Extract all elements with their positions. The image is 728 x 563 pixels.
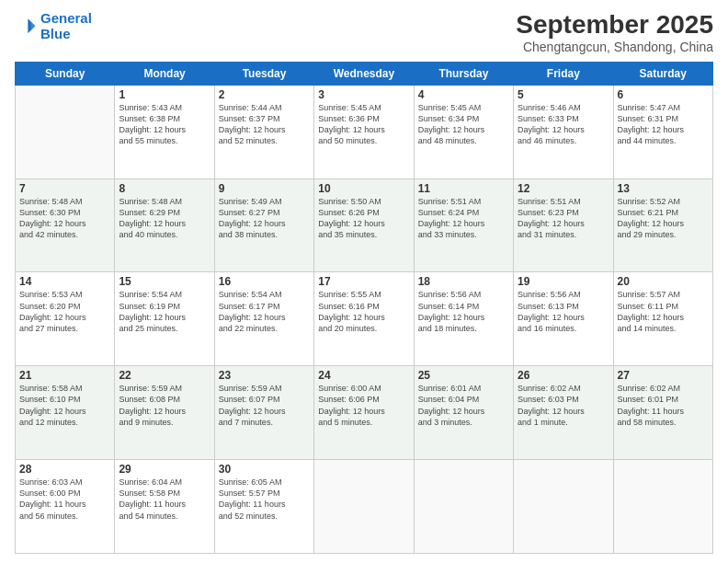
title-block: September 2025 Chengtangcun, Shandong, C… <box>516 11 713 54</box>
day-number: 20 <box>618 275 709 288</box>
day-info: Sunrise: 5:45 AM Sunset: 6:36 PM Dayligh… <box>318 102 409 147</box>
calendar-week-row: 28Sunrise: 6:03 AM Sunset: 6:00 PM Dayli… <box>16 460 713 554</box>
day-number: 27 <box>618 369 709 382</box>
day-number: 9 <box>219 182 310 195</box>
svg-marker-1 <box>31 21 36 30</box>
header-sunday: Sunday <box>16 62 115 85</box>
day-number: 11 <box>418 182 509 195</box>
day-info: Sunrise: 6:02 AM Sunset: 6:03 PM Dayligh… <box>518 383 609 428</box>
header-friday: Friday <box>514 62 613 85</box>
header-wednesday: Wednesday <box>314 62 414 85</box>
day-number: 2 <box>219 88 310 101</box>
day-number: 21 <box>19 369 110 382</box>
day-number: 26 <box>518 369 609 382</box>
table-row: 17Sunrise: 5:55 AM Sunset: 6:16 PM Dayli… <box>314 272 414 366</box>
table-row: 11Sunrise: 5:51 AM Sunset: 6:24 PM Dayli… <box>414 178 513 272</box>
month-title: September 2025 <box>516 11 713 40</box>
day-info: Sunrise: 5:51 AM Sunset: 6:24 PM Dayligh… <box>418 196 509 241</box>
table-row: 9Sunrise: 5:49 AM Sunset: 6:27 PM Daylig… <box>214 178 313 272</box>
table-row: 10Sunrise: 5:50 AM Sunset: 6:26 PM Dayli… <box>314 178 414 272</box>
table-row <box>414 460 513 554</box>
logo-line2: Blue <box>40 26 71 41</box>
day-info: Sunrise: 5:44 AM Sunset: 6:37 PM Dayligh… <box>219 102 310 147</box>
day-number: 19 <box>518 275 609 288</box>
day-number: 25 <box>418 369 509 382</box>
logo-icon <box>15 16 37 38</box>
day-info: Sunrise: 5:57 AM Sunset: 6:11 PM Dayligh… <box>618 289 709 334</box>
calendar-week-row: 1Sunrise: 5:43 AM Sunset: 6:38 PM Daylig… <box>16 85 713 178</box>
day-info: Sunrise: 5:53 AM Sunset: 6:20 PM Dayligh… <box>19 289 110 334</box>
day-number: 4 <box>418 88 509 101</box>
day-info: Sunrise: 5:56 AM Sunset: 6:13 PM Dayligh… <box>518 289 609 334</box>
day-info: Sunrise: 5:46 AM Sunset: 6:33 PM Dayligh… <box>518 102 609 147</box>
day-info: Sunrise: 5:55 AM Sunset: 6:16 PM Dayligh… <box>318 289 409 334</box>
calendar-week-row: 14Sunrise: 5:53 AM Sunset: 6:20 PM Dayli… <box>16 272 713 366</box>
day-info: Sunrise: 5:59 AM Sunset: 6:07 PM Dayligh… <box>219 383 310 428</box>
day-info: Sunrise: 6:01 AM Sunset: 6:04 PM Dayligh… <box>418 383 509 428</box>
day-number: 10 <box>318 182 409 195</box>
day-info: Sunrise: 5:49 AM Sunset: 6:27 PM Dayligh… <box>219 196 310 241</box>
table-row: 22Sunrise: 5:59 AM Sunset: 6:08 PM Dayli… <box>115 366 214 460</box>
table-row: 30Sunrise: 6:05 AM Sunset: 5:57 PM Dayli… <box>214 460 313 554</box>
header-tuesday: Tuesday <box>214 62 313 85</box>
logo-line1: General <box>40 10 92 26</box>
day-number: 16 <box>219 275 310 288</box>
day-number: 12 <box>518 182 609 195</box>
table-row: 6Sunrise: 5:47 AM Sunset: 6:31 PM Daylig… <box>613 85 712 178</box>
day-number: 13 <box>618 182 709 195</box>
header: General Blue September 2025 Chengtangcun… <box>15 11 713 54</box>
day-number: 17 <box>318 275 409 288</box>
table-row <box>314 460 414 554</box>
day-number: 23 <box>219 369 310 382</box>
day-number: 8 <box>119 182 210 195</box>
day-number: 28 <box>19 463 110 476</box>
table-row: 8Sunrise: 5:48 AM Sunset: 6:29 PM Daylig… <box>115 178 214 272</box>
day-number: 5 <box>518 88 609 101</box>
header-saturday: Saturday <box>613 62 712 85</box>
weekday-header-row: Sunday Monday Tuesday Wednesday Thursday… <box>16 62 713 85</box>
day-info: Sunrise: 5:54 AM Sunset: 6:19 PM Dayligh… <box>119 289 210 334</box>
table-row <box>613 460 712 554</box>
day-info: Sunrise: 5:54 AM Sunset: 6:17 PM Dayligh… <box>219 289 310 334</box>
day-info: Sunrise: 5:58 AM Sunset: 6:10 PM Dayligh… <box>19 383 110 428</box>
table-row: 4Sunrise: 5:45 AM Sunset: 6:34 PM Daylig… <box>414 85 513 178</box>
day-info: Sunrise: 5:47 AM Sunset: 6:31 PM Dayligh… <box>618 102 709 147</box>
day-number: 18 <box>418 275 509 288</box>
location-subtitle: Chengtangcun, Shandong, China <box>516 40 713 54</box>
day-info: Sunrise: 5:48 AM Sunset: 6:30 PM Dayligh… <box>19 196 110 241</box>
day-info: Sunrise: 5:43 AM Sunset: 6:38 PM Dayligh… <box>119 102 210 147</box>
table-row: 23Sunrise: 5:59 AM Sunset: 6:07 PM Dayli… <box>214 366 313 460</box>
table-row <box>16 85 115 178</box>
table-row: 7Sunrise: 5:48 AM Sunset: 6:30 PM Daylig… <box>16 178 115 272</box>
day-number: 3 <box>318 88 409 101</box>
day-info: Sunrise: 5:59 AM Sunset: 6:08 PM Dayligh… <box>119 383 210 428</box>
table-row: 29Sunrise: 6:04 AM Sunset: 5:58 PM Dayli… <box>115 460 214 554</box>
table-row: 26Sunrise: 6:02 AM Sunset: 6:03 PM Dayli… <box>514 366 613 460</box>
table-row: 14Sunrise: 5:53 AM Sunset: 6:20 PM Dayli… <box>16 272 115 366</box>
table-row: 21Sunrise: 5:58 AM Sunset: 6:10 PM Dayli… <box>16 366 115 460</box>
day-info: Sunrise: 5:56 AM Sunset: 6:14 PM Dayligh… <box>418 289 509 334</box>
calendar-table: Sunday Monday Tuesday Wednesday Thursday… <box>15 62 713 554</box>
day-info: Sunrise: 5:51 AM Sunset: 6:23 PM Dayligh… <box>518 196 609 241</box>
table-row: 12Sunrise: 5:51 AM Sunset: 6:23 PM Dayli… <box>514 178 613 272</box>
header-monday: Monday <box>115 62 214 85</box>
day-info: Sunrise: 5:45 AM Sunset: 6:34 PM Dayligh… <box>418 102 509 147</box>
day-number: 7 <box>19 182 110 195</box>
calendar-week-row: 7Sunrise: 5:48 AM Sunset: 6:30 PM Daylig… <box>16 178 713 272</box>
table-row: 5Sunrise: 5:46 AM Sunset: 6:33 PM Daylig… <box>514 85 613 178</box>
day-number: 1 <box>119 88 210 101</box>
table-row: 24Sunrise: 6:00 AM Sunset: 6:06 PM Dayli… <box>314 366 414 460</box>
table-row: 19Sunrise: 5:56 AM Sunset: 6:13 PM Dayli… <box>514 272 613 366</box>
page: General Blue September 2025 Chengtangcun… <box>0 0 728 563</box>
day-info: Sunrise: 6:05 AM Sunset: 5:57 PM Dayligh… <box>219 477 310 522</box>
day-info: Sunrise: 6:00 AM Sunset: 6:06 PM Dayligh… <box>318 383 409 428</box>
day-info: Sunrise: 5:50 AM Sunset: 6:26 PM Dayligh… <box>318 196 409 241</box>
day-number: 14 <box>19 275 110 288</box>
day-number: 29 <box>119 463 210 476</box>
day-info: Sunrise: 6:03 AM Sunset: 6:00 PM Dayligh… <box>19 477 110 522</box>
day-number: 30 <box>219 463 310 476</box>
day-number: 6 <box>618 88 709 101</box>
day-info: Sunrise: 5:48 AM Sunset: 6:29 PM Dayligh… <box>119 196 210 241</box>
table-row: 15Sunrise: 5:54 AM Sunset: 6:19 PM Dayli… <box>115 272 214 366</box>
table-row: 18Sunrise: 5:56 AM Sunset: 6:14 PM Dayli… <box>414 272 513 366</box>
